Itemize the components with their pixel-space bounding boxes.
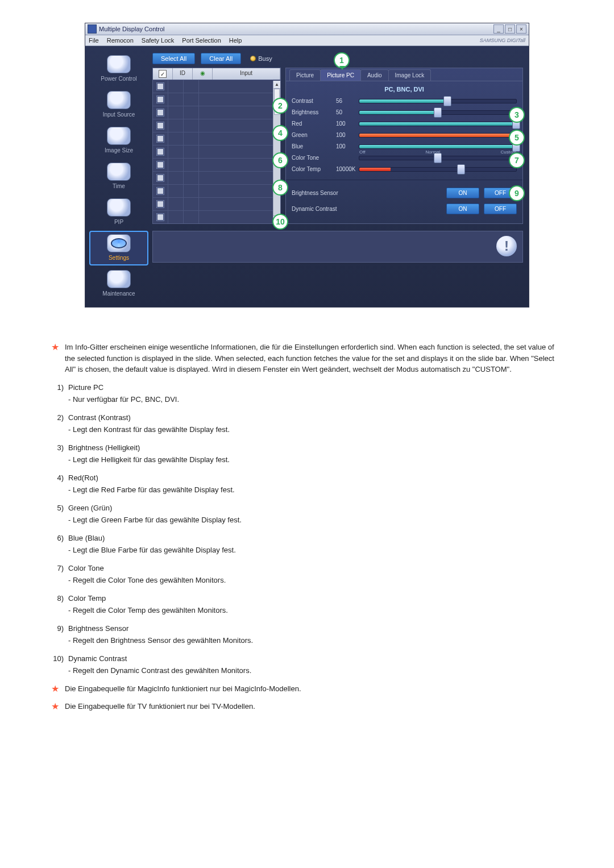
row-id-cell [168,172,184,184]
tab-image-lock[interactable]: Image Lock [388,69,432,81]
checkbox-icon[interactable] [156,95,164,103]
grid-header: ✓ ID ◉ Input [153,68,280,80]
checkbox-icon[interactable] [156,82,164,90]
checkbox-icon[interactable] [156,187,164,195]
menu-port-selection[interactable]: Port Selection [182,37,221,44]
status-panel: ! [152,231,523,263]
dynamic-contrast-on-button[interactable]: ON [446,203,479,214]
blue-slider[interactable] [359,144,517,149]
grid-header-status-icon: ◉ [193,68,213,80]
item-desc: - Legt die Green Farbe für das gewählte … [68,514,242,526]
checkbox-icon[interactable] [156,200,164,208]
checkbox-icon[interactable] [156,109,164,117]
checkbox-icon[interactable] [156,135,164,143]
sidebar-item-label: PIP [114,219,123,225]
sidebar-item-label: Maintenance [102,290,135,297]
table-row[interactable] [153,184,280,197]
item-number: 8) [51,593,64,616]
close-button[interactable]: × [516,24,526,34]
sidebar-item-image-size[interactable]: Image Size [89,123,148,158]
sidebar-item-power-control[interactable]: Power Control [89,52,148,86]
tab-audio[interactable]: Audio [360,69,389,81]
row-checkbox-cell[interactable] [153,211,168,223]
item-title: Green (Grün) [68,502,242,514]
row-checkbox-cell[interactable] [153,80,168,93]
sidebar-item-input-source[interactable]: Input Source [89,88,148,122]
sidebar-item-pip[interactable]: PIP [89,195,148,230]
table-row[interactable] [153,145,280,158]
sidebar-item-time[interactable]: Time [89,159,148,194]
row-input-cell [199,106,280,119]
table-row[interactable] [153,197,280,210]
info-grid[interactable]: ✓ ID ◉ Input ▲ ▼ 2 4 6 8 [152,68,281,224]
list-item: 6) Blue (Blau) - Legt die Blue Farbe für… [51,533,563,556]
row-status-cell [184,172,199,184]
green-slider[interactable] [359,133,517,138]
checkbox-icon[interactable] [156,148,164,156]
sidebar-item-maintenance[interactable]: Maintenance [89,267,148,301]
item-number: 5) [51,502,64,526]
menu-safety-lock[interactable]: Safety Lock [142,37,174,44]
row-checkbox-cell[interactable] [153,159,168,171]
select-all-button[interactable]: Select All [152,53,195,64]
brightness-slider[interactable] [359,110,517,115]
settings-panel: 1 Picture Picture PC Audio Image Lock PC… [285,68,523,224]
clear-all-button[interactable]: Clear All [201,53,241,64]
color-temp-slider[interactable] [359,167,517,172]
row-id-cell [168,106,184,119]
row-checkbox-cell[interactable] [153,119,168,132]
tab-picture[interactable]: Picture [289,69,321,81]
item-title: Color Tone [68,563,226,574]
table-row[interactable] [153,210,280,223]
table-row[interactable] [153,171,280,184]
maximize-button[interactable]: □ [505,24,515,34]
minimize-button[interactable]: _ [493,24,504,34]
brightness-sensor-on-button[interactable]: ON [446,188,479,198]
menu-remocon[interactable]: Remocon [107,37,134,44]
table-row[interactable] [153,93,280,106]
dynamic-contrast-label: Dynamic Contrast [292,206,442,212]
row-checkbox-cell[interactable] [153,172,168,184]
table-row[interactable] [153,106,280,119]
footnote: ★ Die Eingabequelle für TV funktioniert … [51,701,563,712]
contrast-slider[interactable] [359,99,517,103]
sidebar-item-label: Power Control [101,76,136,82]
tab-picture-pc[interactable]: Picture PC [320,69,361,81]
row-checkbox-cell[interactable] [153,106,168,119]
row-status-cell [184,198,199,210]
table-row[interactable] [153,158,280,171]
item-number: 7) [51,563,64,586]
table-row[interactable] [153,119,280,132]
list-item: 1) Picture PC - Nur verfügbar für PC, BN… [51,382,563,405]
scroll-up-icon[interactable]: ▲ [273,81,280,89]
row-checkbox-cell[interactable] [153,93,168,106]
menu-file[interactable]: File [89,37,99,44]
brightness-value: 50 [336,109,359,115]
checkbox-icon[interactable] [156,122,164,130]
star-icon: ★ [51,683,59,695]
menu-help[interactable]: Help [229,37,242,44]
item-number: 6) [51,533,64,556]
checkbox-icon[interactable] [156,174,164,182]
table-row[interactable] [153,132,280,145]
row-checkbox-cell[interactable] [153,198,168,210]
row-id-cell [168,93,184,106]
row-checkbox-cell[interactable] [153,185,168,197]
maintenance-icon [107,270,131,288]
table-row[interactable] [153,80,280,93]
color-tone-slider[interactable]: Off Normal Custom [359,156,517,160]
item-title: Brightness Sensor [68,623,253,634]
checkbox-icon[interactable] [156,213,164,221]
sidebar-item-settings[interactable]: Settings [89,231,148,265]
dynamic-contrast-off-button[interactable]: OFF [484,203,517,214]
blue-label: Blue [292,143,336,149]
checkbox-icon[interactable] [156,161,164,169]
color-temp-value: 10000K [336,166,359,172]
red-slider[interactable] [359,122,517,126]
sidebar: Power Control Input Source Image Size Ti… [85,46,152,307]
mode-label: PC, BNC, DVI [292,86,517,93]
row-id-cell [168,119,184,132]
grid-header-check[interactable]: ✓ [153,68,173,80]
row-checkbox-cell[interactable] [153,132,168,145]
row-checkbox-cell[interactable] [153,146,168,158]
